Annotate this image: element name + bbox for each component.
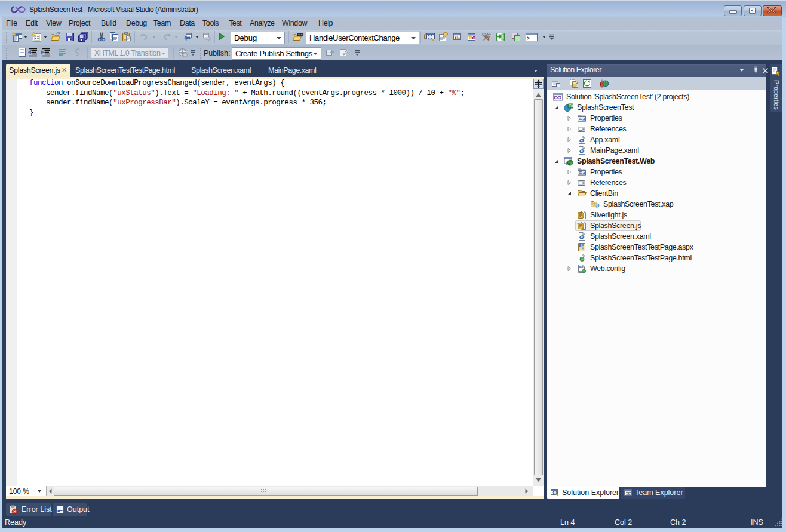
svg-text:C#: C# <box>566 162 570 166</box>
svg-text:C#: C# <box>569 104 573 108</box>
